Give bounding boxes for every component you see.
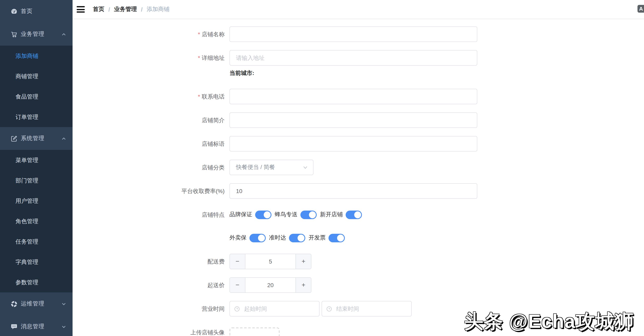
sidebar-item-ops[interactable]: 运维管理 xyxy=(0,293,72,315)
field-label: 店铺标语 xyxy=(72,136,230,151)
breadcrumb-separator: / xyxy=(108,6,110,13)
sidebar-item-food-mgmt[interactable]: 食品管理 xyxy=(0,86,72,107)
sidebar-item-param-mgmt[interactable]: 参数管理 xyxy=(0,272,72,293)
field-label: 配送费 xyxy=(72,254,230,269)
sidebar-item-add-shop[interactable]: 添加商铺 xyxy=(0,46,72,66)
edit-icon xyxy=(10,135,18,142)
sidebar-item-user-mgmt[interactable]: 用户管理 xyxy=(0,191,72,211)
clock-icon xyxy=(326,306,332,312)
required-asterisk: * xyxy=(198,31,200,37)
form-row-category: 店铺分类 快餐便当 / 简餐 xyxy=(72,160,644,175)
clock-icon xyxy=(234,306,240,312)
avatar-upload-dropzone[interactable] xyxy=(230,328,280,336)
lifebuoy-icon xyxy=(10,300,18,307)
form-row-min-price: 起送价 − 20 + xyxy=(72,277,644,293)
field-label: *店铺名称 xyxy=(72,26,230,42)
plus-button[interactable]: + xyxy=(296,254,311,269)
plus-button[interactable]: + xyxy=(296,278,311,293)
address-input[interactable] xyxy=(230,50,477,65)
field-label: *详细地址 xyxy=(72,50,230,65)
shop-name-input[interactable] xyxy=(230,26,477,42)
minus-button[interactable]: − xyxy=(230,254,245,269)
takeout-insurance-toggle[interactable] xyxy=(250,234,266,242)
required-asterisk: * xyxy=(198,93,200,100)
sidebar-item-menu-mgmt[interactable]: 菜单管理 xyxy=(0,150,72,170)
chat-icon xyxy=(10,323,18,330)
min-price-value[interactable]: 20 xyxy=(245,278,296,293)
chevron-up-icon xyxy=(62,136,66,141)
sidebar-item-order-mgmt[interactable]: 订单管理 xyxy=(0,107,72,127)
field-label-spacer xyxy=(72,69,230,77)
field-label: 店铺分类 xyxy=(72,160,230,175)
intro-input[interactable] xyxy=(230,112,477,128)
new-shop-toggle[interactable] xyxy=(346,210,362,219)
sidebar: 首页 业务管理 添加商铺 商铺管理 食品管理 订单管理 系统管理 xyxy=(0,0,72,336)
hamburger-icon[interactable] xyxy=(77,6,85,13)
chevron-up-icon xyxy=(62,32,66,37)
sidebar-item-task-mgmt[interactable]: 任务管理 xyxy=(0,231,72,252)
sidebar-item-label: 业务管理 xyxy=(21,30,44,38)
category-select[interactable]: 快餐便当 / 简餐 xyxy=(230,160,314,175)
form-row-shop-name: *店铺名称 xyxy=(72,26,644,42)
brand-guarantee-toggle[interactable] xyxy=(255,210,272,219)
app-root: 首页 业务管理 添加商铺 商铺管理 食品管理 订单管理 系统管理 xyxy=(0,0,644,336)
feature-label: 蜂鸟专送 xyxy=(275,211,298,218)
add-shop-form: *店铺名称 *详细地址 当前城市: *联系电话 店铺简介 xyxy=(72,19,644,336)
sidebar-item-label: 运维管理 xyxy=(21,300,44,308)
sidebar-item-label: 首页 xyxy=(21,8,32,15)
phone-input[interactable] xyxy=(230,89,477,104)
field-label: 平台收取费率(%) xyxy=(72,183,230,199)
feature-label: 品牌保证 xyxy=(230,211,252,218)
slogan-input[interactable] xyxy=(230,136,477,151)
start-time-picker[interactable] xyxy=(230,301,320,317)
feature-label: 开发票 xyxy=(308,234,326,242)
feature-label: 外卖保 xyxy=(230,234,246,242)
form-row-features-2: 外卖保 准时达 开发票 xyxy=(72,230,644,246)
sidebar-item-shop-mgmt[interactable]: 商铺管理 xyxy=(0,66,72,86)
form-row-current-city: 当前城市: xyxy=(72,69,644,77)
chevron-down-icon xyxy=(62,325,66,329)
field-label: 店铺特点 xyxy=(72,207,230,222)
top-navbar: 首页 / 业务管理 / 添加商铺 A xyxy=(72,0,644,19)
end-time-picker[interactable] xyxy=(322,301,412,317)
fengniao-delivery-toggle[interactable] xyxy=(300,210,317,219)
on-time-toggle[interactable] xyxy=(289,234,305,242)
form-row-features-1: 店铺特点 品牌保证 蜂鸟专送 新开店铺 xyxy=(72,207,644,222)
required-asterisk: * xyxy=(198,54,200,61)
feature-label: 新开店铺 xyxy=(320,211,343,218)
field-label: 上传店铺头像 xyxy=(72,325,230,336)
sidebar-item-dict-mgmt[interactable]: 字典管理 xyxy=(0,252,72,272)
cart-icon xyxy=(10,31,18,38)
form-row-delivery-fee: 配送费 − 5 + xyxy=(72,254,644,269)
field-label: 店铺简介 xyxy=(72,112,230,128)
end-time-input[interactable] xyxy=(336,305,411,312)
form-row-intro: 店铺简介 xyxy=(72,112,644,128)
field-label: 营业时间 xyxy=(72,301,230,317)
start-time-input[interactable] xyxy=(243,305,319,312)
toutiao-watermark: 头条 @Echa攻城狮 xyxy=(464,309,634,334)
field-label: 起送价 xyxy=(72,277,230,293)
sidebar-item-dept-mgmt[interactable]: 部门管理 xyxy=(0,170,72,191)
field-label: *联系电话 xyxy=(72,89,230,104)
breadcrumb-home[interactable]: 首页 xyxy=(93,6,104,13)
sidebar-item-business[interactable]: 业务管理 xyxy=(0,23,72,46)
sidebar-item-home[interactable]: 首页 xyxy=(0,0,72,23)
chevron-down-icon xyxy=(62,302,66,306)
form-row-rate: 平台收取费率(%) xyxy=(72,183,644,199)
invoice-toggle[interactable] xyxy=(328,234,345,242)
min-price-stepper: − 20 + xyxy=(230,277,312,293)
sidebar-submenu-system: 菜单管理 部门管理 用户管理 角色管理 任务管理 字典管理 参数管理 xyxy=(0,150,72,293)
form-row-address: *详细地址 xyxy=(72,50,644,65)
rate-input[interactable] xyxy=(230,183,477,199)
breadcrumb-business[interactable]: 业务管理 xyxy=(114,6,137,13)
sidebar-item-message[interactable]: 消息管理 xyxy=(0,315,72,336)
current-city-text: 当前城市: xyxy=(230,69,254,77)
breadcrumb-current: 添加商铺 xyxy=(147,6,170,13)
sidebar-item-system[interactable]: 系统管理 xyxy=(0,127,72,150)
corner-overlay-badge[interactable]: A xyxy=(638,5,644,13)
sidebar-item-role-mgmt[interactable]: 角色管理 xyxy=(0,211,72,231)
delivery-fee-value[interactable]: 5 xyxy=(245,254,296,269)
chevron-down-icon xyxy=(302,165,308,170)
minus-button[interactable]: − xyxy=(230,278,245,293)
feature-label: 准时达 xyxy=(269,234,286,242)
